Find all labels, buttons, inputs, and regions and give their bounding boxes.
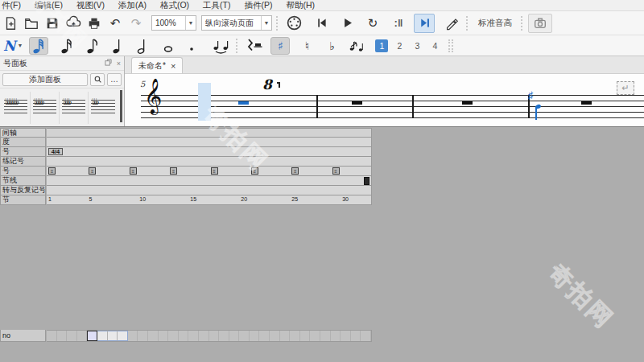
redo-button[interactable]: ↷ (126, 14, 147, 33)
add-palettes-button[interactable]: 添加面板 (2, 73, 88, 86)
natural-button[interactable]: ♮ (297, 37, 316, 55)
timeline-measure-cell[interactable] (199, 331, 209, 341)
timeline-measure-cell[interactable] (138, 331, 148, 341)
view-mode-combobox[interactable]: 纵向滚动页面 ▼ (201, 15, 272, 31)
menu-format[interactable]: 格式(O) (160, 0, 189, 11)
timeline-row-measures[interactable]: 151015202530 (47, 195, 372, 205)
timeline-measure-cell[interactable] (331, 331, 341, 341)
palette-scrollbar[interactable] (120, 90, 122, 122)
timeline-measure-cell[interactable] (108, 331, 118, 341)
timeline-row-label-rehearsal-marks[interactable]: 练记号 (0, 157, 46, 167)
timeline-row-tempo[interactable] (47, 138, 372, 147)
timeline-row-rehearsal-marks[interactable] (47, 157, 372, 167)
midi-input-icon[interactable] (283, 14, 304, 33)
timeline-row-key-signature[interactable]: ≡≡≡≡≡≡≡≡ (47, 167, 372, 176)
tie-button[interactable] (212, 37, 231, 55)
timeline-measure-cell[interactable] (229, 331, 240, 341)
timeline-measure-cell[interactable] (77, 331, 88, 341)
open-file-button[interactable] (21, 14, 42, 33)
timeline-measure-cell[interactable] (239, 331, 250, 341)
palette-cell-key-signature[interactable]: ♭♭♭ (89, 92, 118, 124)
timeline-measure-cell[interactable] (168, 331, 179, 341)
more-options-button[interactable]: … (107, 73, 122, 86)
play-repeats-icon[interactable]: :‖ (388, 14, 409, 33)
edit-mode-icon[interactable] (441, 14, 462, 33)
timeline-measure-cell[interactable] (159, 331, 169, 341)
chevron-down-icon[interactable]: ▼ (18, 43, 23, 48)
system-break-icon[interactable]: ↵ (617, 81, 634, 95)
timeline-row-label-barlines[interactable]: 节线 (0, 176, 46, 186)
timeline-row-label-key-signature[interactable]: 号 (0, 167, 46, 176)
image-capture-button[interactable] (528, 14, 552, 33)
menu-plugins[interactable]: 插件(P) (245, 0, 273, 11)
play-button[interactable] (336, 14, 357, 33)
timeline-instrument-label[interactable]: no (0, 330, 46, 342)
loop-playback-icon[interactable]: ↻ (362, 14, 383, 33)
selected-note-sharp[interactable]: ♯ (528, 89, 534, 101)
new-score-button[interactable] (0, 14, 21, 33)
timeline-measure-cell[interactable] (97, 331, 108, 341)
eighth-rest-mark[interactable] (277, 82, 280, 88)
note-16th-button[interactable] (57, 37, 76, 55)
selected-rest[interactable] (238, 101, 249, 105)
save-online-button[interactable] (63, 14, 84, 33)
palette-cell-key-signature[interactable]: ♭♭♭♭ (60, 92, 89, 124)
print-button[interactable] (84, 14, 105, 33)
grace-note-button[interactable] (347, 37, 366, 55)
timeline-measure-cell[interactable] (148, 331, 159, 341)
measure-rest[interactable] (352, 101, 362, 105)
close-tab-icon[interactable]: × (171, 61, 175, 71)
note-half-button[interactable] (134, 37, 153, 55)
measure-rest[interactable] (581, 101, 592, 105)
pan-playback-button[interactable] (414, 14, 435, 33)
timeline-measure-cell[interactable] (351, 331, 361, 341)
timeline-measure-cell[interactable] (270, 331, 280, 341)
timeline-measure-cell[interactable] (209, 331, 220, 341)
voice-2-button[interactable]: 2 (393, 39, 406, 52)
concert-pitch-toggle[interactable]: 标准音高 (473, 18, 517, 29)
search-palettes-button[interactable] (90, 73, 105, 86)
palette-cell-key-signature[interactable]: ♭♭♭♭♭♭♭ (2, 92, 31, 124)
timeline-measure-cell[interactable] (320, 331, 331, 341)
rewind-button[interactable] (311, 14, 332, 33)
menu-tools[interactable]: 工具(T) (203, 0, 230, 11)
tab-untitled[interactable]: 未命名* × (131, 57, 183, 73)
voice-4-button[interactable]: 4 (428, 39, 441, 52)
tempo-number[interactable]: 8 (262, 76, 272, 93)
float-panel-icon[interactable] (105, 59, 112, 68)
menu-view[interactable]: 视图(V) (76, 0, 105, 11)
palette-cell-key-signature[interactable]: ♭♭♭♭♭ (31, 92, 60, 124)
timeline-measure-cell[interactable] (300, 331, 311, 341)
timeline-measure-cell[interactable] (118, 331, 128, 341)
timeline-measure-cell[interactable] (310, 331, 320, 341)
key-signature-event-cell[interactable]: ≡ (170, 167, 177, 175)
menu-file[interactable]: 件(F) (2, 0, 21, 11)
note-whole-button[interactable] (159, 37, 178, 55)
key-signature-event-cell[interactable]: ≡ (332, 167, 340, 175)
timeline-row-label-time-signature[interactable]: 号 (0, 147, 46, 157)
score-view[interactable]: 5 𝄞 8 ♯ ↵ (125, 74, 644, 126)
timeline-instrument-row-piano[interactable] (47, 330, 372, 342)
zoom-dropdown-arrow[interactable]: ▼ (185, 16, 196, 30)
timeline-measure-cell[interactable] (47, 331, 57, 341)
timeline-row-label-tempo[interactable]: 度 (0, 138, 46, 147)
view-mode-dropdown-arrow[interactable]: ▼ (261, 16, 271, 30)
voice-1-button[interactable]: 1 (375, 39, 388, 52)
timeline-measure-cell[interactable] (280, 331, 291, 341)
timeline-row-label-measures[interactable]: 节 (0, 195, 46, 205)
note-input-mode-button[interactable]: N ▼ (2, 38, 24, 54)
toolbar-drag-handle[interactable] (448, 39, 453, 52)
timeline-measure-cell[interactable] (361, 331, 371, 341)
timeline-measure-cell[interactable] (188, 331, 199, 341)
undo-button[interactable]: ↶ (105, 14, 126, 33)
key-signature-event-cell[interactable]: ≡ (130, 167, 137, 175)
timeline-measure-cell[interactable] (67, 331, 77, 341)
voice-3-button[interactable]: 3 (411, 39, 423, 52)
time-signature-cell[interactable]: 4/4 (48, 148, 63, 155)
measure-rest[interactable] (462, 101, 473, 105)
timeline-row-label-jumps-markers[interactable]: 转与反复记号 (0, 186, 46, 195)
final-barline-cell[interactable] (364, 177, 369, 185)
augmentation-dot-button[interactable] (182, 37, 201, 55)
note-quarter-button[interactable] (109, 37, 128, 55)
note-eighth-button[interactable] (83, 37, 102, 55)
